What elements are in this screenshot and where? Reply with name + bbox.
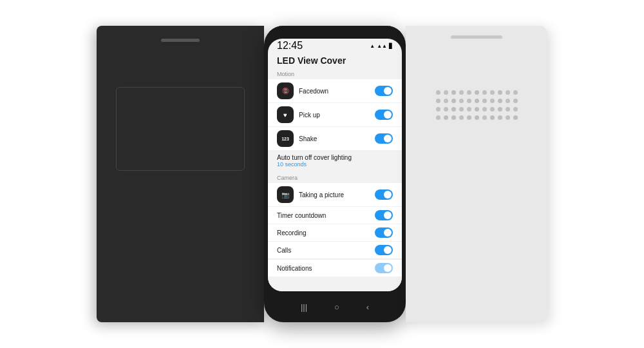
notifications-toggle[interactable] (375, 263, 393, 273)
led-dot (436, 115, 440, 120)
speaker-bar (451, 35, 502, 39)
nav-home-icon[interactable]: ○ (334, 302, 339, 312)
pickup-label: Pick up (299, 111, 320, 119)
notifications-label: Notifications (277, 265, 312, 272)
led-dot (490, 115, 495, 120)
facedown-row[interactable]: 📵 Facedown (268, 79, 402, 102)
notifications-row[interactable]: Notifications (268, 259, 402, 276)
led-dot (482, 115, 487, 120)
camera-section-header: Camera (268, 171, 402, 182)
led-dot (459, 99, 464, 103)
led-dot (513, 99, 518, 103)
nav-recents-icon[interactable]: ||| (301, 302, 307, 312)
timer-row[interactable]: Timer countdown (268, 207, 402, 224)
recording-toggle[interactable] (375, 227, 393, 238)
led-dot (506, 107, 510, 111)
battery-icon: ▊ (389, 43, 393, 49)
shake-icon: 123 (277, 130, 294, 147)
led-dot (513, 90, 518, 95)
auto-turn-title: Auto turn off cover lighting (277, 154, 393, 161)
led-dot (490, 107, 495, 111)
led-dot (451, 115, 456, 120)
wifi-icon: ▲ (370, 43, 375, 49)
led-dot (444, 90, 448, 95)
led-dot (467, 115, 471, 120)
timer-toggle[interactable] (375, 210, 393, 220)
calls-toggle[interactable] (375, 245, 393, 255)
auto-turn-row[interactable]: Auto turn off cover lighting 10 seconds (268, 151, 402, 171)
led-dot (498, 115, 502, 120)
led-dot (498, 107, 502, 111)
timer-label: Timer countdown (277, 212, 326, 219)
led-dot (451, 90, 456, 95)
facedown-toggle[interactable] (375, 86, 393, 96)
pickup-row[interactable]: ♥ Pick up (268, 103, 402, 126)
right-cover (406, 26, 547, 322)
shake-inner: 123 Shake (277, 130, 375, 147)
led-dot (482, 99, 487, 103)
pickup-toggle[interactable] (375, 110, 393, 120)
led-dot (436, 90, 440, 95)
status-icons: ▲ ▲▲ ▊ (370, 43, 393, 49)
led-dot (459, 90, 464, 95)
led-dot (444, 115, 448, 120)
camera-dot (332, 26, 337, 32)
calls-row[interactable]: Calls (268, 242, 402, 258)
card-pocket (116, 87, 245, 171)
pickup-inner: ♥ Pick up (277, 106, 375, 123)
taking-picture-label: Taking a picture (299, 191, 344, 198)
led-row-1 (436, 90, 518, 95)
taking-picture-inner: 📷 Taking a picture (277, 186, 375, 203)
app-title-bar: LED View Cover (268, 53, 402, 67)
facedown-label: Facedown (299, 88, 328, 95)
led-dot (513, 115, 518, 120)
led-dot (467, 90, 471, 95)
led-dot (467, 107, 471, 111)
led-dot (506, 115, 510, 120)
phone-nav-bar: ||| ○ ‹ (268, 298, 402, 316)
led-dot (436, 107, 440, 111)
motion-section-header: Motion (268, 67, 402, 79)
led-row-2 (436, 99, 518, 103)
settings-content: Motion 📵 Facedown ♥ Pick up (268, 67, 402, 291)
led-dot (451, 99, 456, 103)
led-dot (490, 90, 495, 95)
led-dot (436, 99, 440, 103)
led-dot (475, 90, 479, 95)
shake-label: Shake (299, 135, 317, 142)
facedown-inner: 📵 Facedown (277, 82, 375, 99)
shake-toggle[interactable] (375, 133, 393, 144)
pickup-icon: ♥ (277, 106, 294, 123)
led-dot (475, 115, 479, 120)
led-row-3 (436, 107, 518, 111)
facedown-icon: 📵 (277, 82, 294, 99)
led-dot (498, 90, 502, 95)
led-dot (482, 90, 487, 95)
auto-turn-subtitle: 10 seconds (277, 161, 393, 168)
taking-picture-icon: 📷 (277, 186, 294, 203)
phone: 12:45 ▲ ▲▲ ▊ LED View Cover Motion 📵 (264, 26, 406, 322)
led-dot (482, 107, 487, 111)
status-bar: 12:45 ▲ ▲▲ ▊ (268, 39, 402, 53)
app-title: LED View Cover (277, 55, 393, 66)
led-dot (459, 115, 464, 120)
led-dot (444, 99, 448, 103)
scene: 12:45 ▲ ▲▲ ▊ LED View Cover Motion 📵 (0, 0, 644, 348)
taking-picture-row[interactable]: 📷 Taking a picture (268, 183, 402, 206)
taking-picture-toggle[interactable] (375, 189, 393, 200)
led-dot (459, 107, 464, 111)
led-dot (506, 90, 510, 95)
recording-label: Recording (277, 229, 307, 237)
led-display (436, 90, 518, 120)
led-dot (506, 99, 510, 103)
led-dot (475, 99, 479, 103)
led-dot (451, 107, 456, 111)
nav-back-icon[interactable]: ‹ (366, 302, 369, 312)
led-dot (444, 107, 448, 111)
recording-row[interactable]: Recording (268, 224, 402, 241)
calls-label: Calls (277, 247, 291, 254)
led-dot (475, 107, 479, 111)
status-time: 12:45 (277, 40, 303, 52)
shake-row[interactable]: 123 Shake (268, 127, 402, 150)
phone-screen: 12:45 ▲ ▲▲ ▊ LED View Cover Motion 📵 (268, 39, 402, 291)
